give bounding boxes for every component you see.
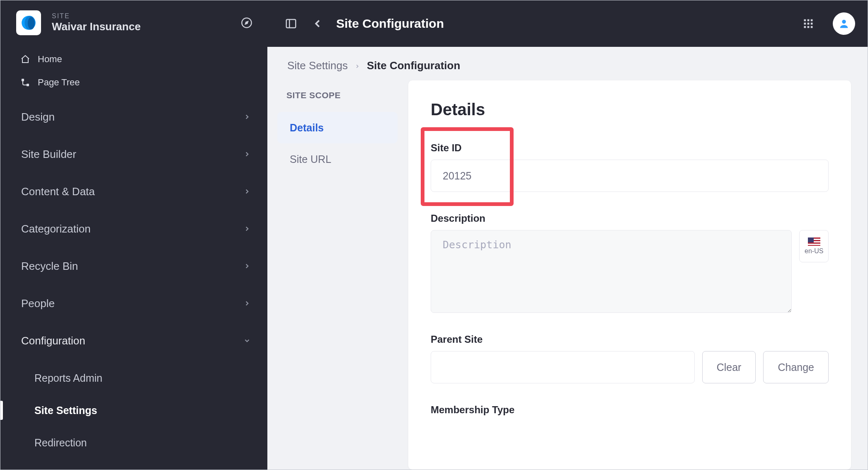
breadcrumb-parent[interactable]: Site Settings xyxy=(287,59,348,72)
nav-page-tree-label: Page Tree xyxy=(38,77,80,88)
nav-sub-redirection-label: Redirection xyxy=(34,437,87,449)
clear-button[interactable]: Clear xyxy=(702,351,756,383)
back-button[interactable] xyxy=(306,12,329,35)
page-title: Site Configuration xyxy=(336,17,444,31)
membership-type-label: Membership Type xyxy=(431,404,829,416)
breadcrumb-separator-icon xyxy=(354,59,360,72)
nav-group-people[interactable]: People xyxy=(0,285,267,322)
svg-rect-5 xyxy=(22,79,24,81)
nav-home[interactable]: Home xyxy=(0,48,267,71)
nav-group-content-data-label: Content & Data xyxy=(21,185,95,198)
svg-rect-14 xyxy=(811,23,813,25)
parent-site-label: Parent Site xyxy=(431,334,829,345)
svg-marker-4 xyxy=(245,21,249,25)
svg-point-18 xyxy=(842,20,846,24)
nav-sub-site-settings[interactable]: Site Settings xyxy=(0,394,267,426)
panel-icon xyxy=(285,17,297,30)
site-info: SITE Waivar Insurance xyxy=(52,12,141,34)
nav-group-configuration-label: Configuration xyxy=(21,334,85,347)
site-logo[interactable] xyxy=(16,10,41,35)
user-icon xyxy=(838,18,850,29)
svg-rect-16 xyxy=(807,26,810,28)
svg-rect-9 xyxy=(804,19,806,22)
apps-button[interactable] xyxy=(797,12,820,35)
nav-home-label: Home xyxy=(38,54,62,65)
nav-group-site-builder-label: Site Builder xyxy=(21,148,76,161)
nav-group-design-label: Design xyxy=(21,111,55,124)
scope-heading: SITE SCOPE xyxy=(277,83,398,112)
nav-sub-site-settings-label: Site Settings xyxy=(34,405,97,417)
flag-us-icon xyxy=(808,237,820,246)
nav-page-tree[interactable]: Page Tree xyxy=(0,71,267,94)
svg-rect-17 xyxy=(811,26,813,28)
sidebar: SITE Waivar Insurance Home Page Tree Des… xyxy=(0,0,267,470)
site-eyebrow: SITE xyxy=(52,12,141,20)
nav-configuration-children: Reports Admin Site Settings Redirection xyxy=(0,359,267,469)
field-parent-site: Parent Site Clear Change xyxy=(431,334,829,383)
scope-item-details[interactable]: Details xyxy=(277,112,398,143)
breadcrumb: Site Settings Site Configuration xyxy=(267,47,868,80)
chevron-right-icon xyxy=(243,148,251,161)
change-button[interactable]: Change xyxy=(763,351,829,383)
nav-group-people-label: People xyxy=(21,297,55,310)
sidebar-header: SITE Waivar Insurance xyxy=(0,0,267,45)
site-name: Waivar Insurance xyxy=(52,20,141,34)
user-avatar[interactable] xyxy=(833,12,855,35)
svg-rect-12 xyxy=(804,23,806,25)
field-description: Description en-US xyxy=(431,213,829,313)
scope-item-site-url-label: Site URL xyxy=(290,153,331,165)
chevron-right-icon xyxy=(243,223,251,235)
locale-selector[interactable]: en-US xyxy=(799,230,829,262)
compass-button[interactable] xyxy=(238,15,255,31)
chevron-left-icon xyxy=(311,17,324,30)
field-site-id: Site ID xyxy=(431,142,829,192)
svg-rect-10 xyxy=(807,19,810,22)
body-row: SITE SCOPE Details Site URL Details Site… xyxy=(267,80,868,470)
details-card: Details Site ID Description en-US xyxy=(408,80,851,470)
nav-primary: Home Page Tree xyxy=(0,45,267,98)
topbar: Site Configuration xyxy=(267,0,868,47)
nav-group-site-builder[interactable]: Site Builder xyxy=(0,136,267,173)
details-heading: Details xyxy=(431,100,829,119)
breadcrumb-current: Site Configuration xyxy=(367,59,460,72)
main: Site Configuration Site Settings Site Co… xyxy=(267,0,868,470)
nav-sub-redirection[interactable]: Redirection xyxy=(0,426,267,459)
locale-text: en-US xyxy=(805,247,823,255)
site-id-input xyxy=(431,160,829,192)
chevron-right-icon xyxy=(243,111,251,124)
field-membership-type: Membership Type xyxy=(431,404,829,416)
nav-sub-reports-admin-label: Reports Admin xyxy=(34,372,102,384)
chevron-right-icon xyxy=(243,185,251,198)
svg-rect-6 xyxy=(27,84,29,86)
nav-group-content-data[interactable]: Content & Data xyxy=(0,173,267,210)
nav-group-categorization-label: Categorization xyxy=(21,223,91,235)
site-id-label: Site ID xyxy=(431,142,829,154)
description-textarea[interactable] xyxy=(431,230,792,313)
chevron-right-icon xyxy=(243,260,251,273)
chevron-down-icon xyxy=(243,334,251,347)
scope-item-site-url[interactable]: Site URL xyxy=(277,143,398,175)
scope-nav: SITE SCOPE Details Site URL xyxy=(267,80,408,470)
nav-group-configuration[interactable]: Configuration xyxy=(0,322,267,359)
svg-point-2 xyxy=(28,17,35,29)
svg-rect-15 xyxy=(804,26,806,28)
nav-group-recycle-bin-label: Recycle Bin xyxy=(21,260,78,273)
logo-icon xyxy=(20,14,37,31)
scope-item-details-label: Details xyxy=(290,122,324,134)
nav-sub-reports-admin[interactable]: Reports Admin xyxy=(0,362,267,394)
svg-rect-13 xyxy=(807,23,810,25)
parent-site-input[interactable] xyxy=(431,351,695,383)
compass-icon xyxy=(241,17,252,29)
svg-rect-11 xyxy=(811,19,813,22)
nav-group-categorization[interactable]: Categorization xyxy=(0,210,267,247)
toggle-sidebar-button[interactable] xyxy=(280,12,302,35)
description-label: Description xyxy=(431,213,829,224)
page-tree-icon xyxy=(20,78,30,87)
svg-rect-7 xyxy=(286,19,296,28)
apps-grid-icon xyxy=(803,18,814,29)
home-icon xyxy=(20,54,30,64)
chevron-right-icon xyxy=(243,297,251,310)
nav-group-recycle-bin[interactable]: Recycle Bin xyxy=(0,247,267,285)
content: Site Settings Site Configuration SITE SC… xyxy=(267,47,868,470)
nav-group-design[interactable]: Design xyxy=(0,98,267,136)
